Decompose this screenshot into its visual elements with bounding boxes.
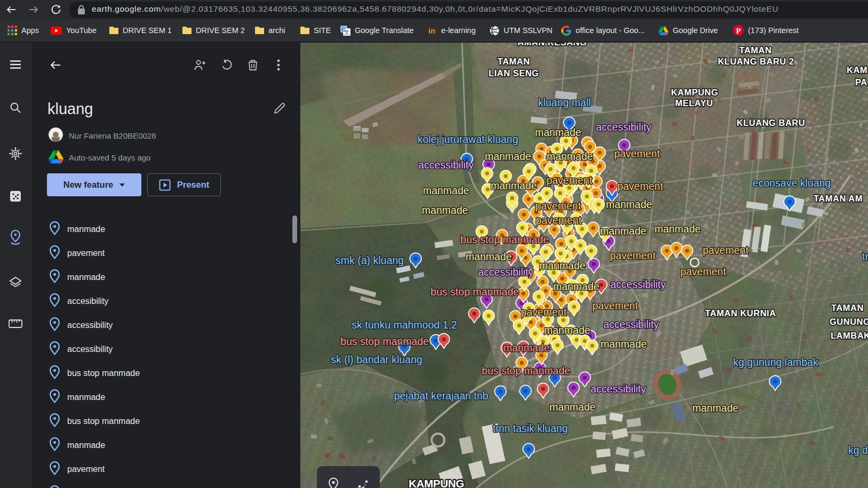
svg-text:accessibility: accessibility bbox=[591, 383, 646, 395]
svg-text:kolej jururawat kluang: kolej jururawat kluang bbox=[418, 133, 519, 145]
svg-text:manmade: manmade bbox=[606, 198, 652, 210]
svg-text:manmade: manmade bbox=[600, 225, 647, 237]
svg-text:KAM: KAM bbox=[847, 65, 867, 75]
svg-text:in: in bbox=[428, 26, 435, 35]
svg-text:bus stop manmade: bus stop manmade bbox=[460, 234, 549, 245]
svg-text:pavement: pavement bbox=[536, 214, 582, 226]
svg-text:PA: PA bbox=[855, 77, 867, 87]
svg-text:bus stop manmade: bus stop manmade bbox=[340, 335, 429, 347]
svg-text:accessibility: accessibility bbox=[418, 159, 474, 171]
svg-text:tmn tasik kluang: tmn tasik kluang bbox=[493, 422, 568, 434]
svg-text:pavement: pavement bbox=[617, 180, 663, 192]
svg-text:pejabat kerajaan tnb: pejabat kerajaan tnb bbox=[394, 390, 489, 402]
svg-text:pavement: pavement bbox=[610, 250, 656, 261]
svg-text:pavement: pavement bbox=[703, 244, 748, 256]
svg-text:accessibility: accessibility bbox=[596, 121, 651, 133]
svg-text:manmade: manmade bbox=[547, 150, 593, 162]
svg-text:TAMAN: TAMAN bbox=[498, 57, 530, 66]
svg-text:tr: tr bbox=[862, 251, 868, 262]
svg-text:P: P bbox=[736, 27, 740, 35]
svg-text:manmade: manmade bbox=[423, 185, 469, 196]
svg-text:pavement: pavement bbox=[546, 174, 592, 186]
svg-text:bus stop manmade: bus stop manmade bbox=[431, 286, 519, 298]
svg-text:sk tunku mahmood 1,2: sk tunku mahmood 1,2 bbox=[352, 319, 457, 331]
svg-text:AMAN KESANG: AMAN KESANG bbox=[517, 43, 587, 47]
svg-text:manmade: manmade bbox=[485, 150, 531, 162]
svg-text:KAMPUNG: KAMPUNG bbox=[409, 477, 464, 488]
svg-text:manmade: manmade bbox=[692, 402, 739, 414]
svg-text:manmade: manmade bbox=[601, 338, 647, 350]
svg-text:KAMPUNG: KAMPUNG bbox=[671, 87, 719, 97]
svg-text:manmade: manmade bbox=[466, 251, 512, 262]
svg-text:GUNUNG: GUNUNG bbox=[830, 317, 868, 326]
svg-text:manmade: manmade bbox=[504, 342, 550, 354]
svg-text:pavement: pavement bbox=[614, 148, 660, 159]
svg-text:manmade: manmade bbox=[550, 401, 596, 413]
svg-text:accessibility: accessibility bbox=[603, 318, 659, 330]
svg-text:kg d: kg d bbox=[848, 444, 868, 456]
svg-text:TAMAN: TAMAN bbox=[831, 303, 864, 313]
svg-text:pavement: pavement bbox=[521, 306, 567, 318]
svg-text:pavement: pavement bbox=[535, 200, 581, 212]
svg-text:TAMAN AM: TAMAN AM bbox=[814, 194, 863, 203]
svg-text:kluang mall: kluang mall bbox=[538, 97, 591, 108]
svg-text:manmade: manmade bbox=[535, 126, 582, 138]
svg-text:accessibility: accessibility bbox=[478, 266, 533, 278]
svg-text:manmade: manmade bbox=[655, 223, 701, 235]
svg-text:kg gunung lambak: kg gunung lambak bbox=[733, 356, 818, 368]
svg-text:manmade: manmade bbox=[422, 204, 468, 216]
svg-text:econsave kluang: econsave kluang bbox=[753, 177, 831, 189]
svg-text:manmade: manmade bbox=[539, 260, 586, 271]
svg-text:LIAN SENG: LIAN SENG bbox=[489, 68, 539, 78]
svg-text:bus stop manmade: bus stop manmade bbox=[482, 365, 570, 377]
svg-text:pavement: pavement bbox=[680, 266, 726, 277]
svg-text:manmade: manmade bbox=[544, 324, 591, 336]
svg-text:KLUANG BARU 2: KLUANG BARU 2 bbox=[718, 57, 794, 66]
svg-text:sk (l) bandar kluang: sk (l) bandar kluang bbox=[331, 354, 422, 365]
svg-text:LAMBAK: LAMBAK bbox=[831, 331, 868, 340]
svg-text:manmade: manmade bbox=[553, 281, 600, 292]
svg-text:TAMAN: TAMAN bbox=[739, 45, 772, 55]
svg-text:KLUANG BARU: KLUANG BARU bbox=[737, 118, 805, 127]
svg-text:smk (a) kluang: smk (a) kluang bbox=[336, 254, 404, 266]
svg-text:TAMAN KURNIA: TAMAN KURNIA bbox=[705, 308, 776, 318]
svg-text:accessibility: accessibility bbox=[610, 278, 666, 290]
svg-text:MELAYU: MELAYU bbox=[675, 98, 713, 108]
svg-text:manmade: manmade bbox=[491, 180, 537, 191]
svg-text:G: G bbox=[342, 27, 346, 32]
svg-text:pavement: pavement bbox=[592, 300, 638, 311]
